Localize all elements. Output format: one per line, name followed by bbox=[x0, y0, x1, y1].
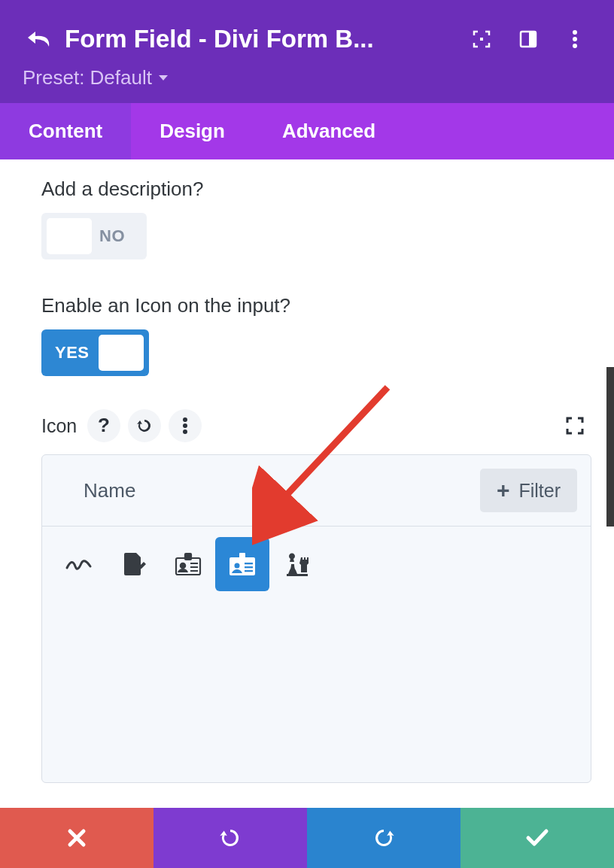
back-button[interactable] bbox=[23, 23, 56, 56]
panel-title: Form Field - Divi Form B... bbox=[65, 25, 451, 53]
id-card-icon[interactable] bbox=[215, 537, 269, 591]
tab-design[interactable]: Design bbox=[131, 103, 254, 159]
svg-point-18 bbox=[235, 563, 240, 569]
options-icon[interactable] bbox=[169, 409, 202, 442]
filter-button[interactable]: + Filter bbox=[480, 469, 577, 512]
enable-icon-toggle[interactable]: YES bbox=[41, 329, 149, 376]
svg-point-3 bbox=[573, 30, 577, 35]
svg-point-7 bbox=[183, 417, 187, 422]
focus-mode-icon[interactable] bbox=[465, 23, 498, 56]
action-bar bbox=[0, 808, 614, 868]
scrollbar-thumb[interactable] bbox=[606, 367, 614, 527]
svg-point-8 bbox=[183, 423, 187, 428]
add-description-toggle[interactable]: NO bbox=[41, 213, 147, 259]
icon-search-input[interactable]: Name bbox=[84, 479, 480, 502]
kebab-menu-icon[interactable] bbox=[558, 23, 591, 56]
tab-bar: Content Design Advanced bbox=[0, 103, 614, 159]
svg-rect-17 bbox=[239, 553, 245, 560]
svg-rect-19 bbox=[245, 563, 253, 564]
svg-point-12 bbox=[181, 563, 185, 568]
save-button[interactable] bbox=[460, 808, 614, 868]
undo-button[interactable] bbox=[154, 808, 307, 868]
help-icon[interactable]: ? bbox=[87, 409, 120, 442]
svg-point-5 bbox=[573, 44, 577, 48]
id-card-alt-icon[interactable] bbox=[161, 537, 215, 591]
signature-icon[interactable] bbox=[53, 537, 107, 591]
panel-header: Form Field - Divi Form B... bbox=[0, 0, 614, 103]
svg-point-9 bbox=[183, 429, 187, 434]
svg-text:?: ? bbox=[98, 415, 110, 436]
cancel-button[interactable] bbox=[0, 808, 154, 868]
reset-icon[interactable] bbox=[128, 409, 161, 442]
add-description-label: Add a description? bbox=[41, 178, 591, 201]
svg-rect-20 bbox=[245, 566, 253, 568]
svg-rect-11 bbox=[185, 554, 191, 560]
expand-icon[interactable] bbox=[558, 409, 591, 442]
responsive-view-icon[interactable] bbox=[512, 23, 545, 56]
preset-dropdown[interactable]: Preset: Default bbox=[23, 66, 169, 90]
enable-icon-label: Enable an Icon on the input? bbox=[41, 294, 591, 317]
chess-pieces-icon[interactable] bbox=[269, 537, 324, 591]
svg-point-4 bbox=[573, 37, 577, 41]
plus-icon: + bbox=[497, 479, 510, 502]
tab-advanced[interactable]: Advanced bbox=[254, 103, 404, 159]
tab-content[interactable]: Content bbox=[0, 103, 131, 159]
content-area: Add a description? NO Enable an Icon on … bbox=[0, 159, 614, 808]
icon-grid bbox=[42, 527, 591, 782]
toggle-thumb bbox=[99, 335, 144, 371]
icon-picker: Name + Filter bbox=[41, 454, 591, 783]
redo-button[interactable] bbox=[307, 808, 460, 868]
svg-rect-0 bbox=[480, 38, 483, 41]
icon-section-label: Icon bbox=[41, 415, 77, 437]
toggle-thumb bbox=[47, 218, 92, 254]
file-signature-icon[interactable] bbox=[107, 537, 161, 591]
svg-rect-2 bbox=[529, 32, 536, 47]
svg-rect-22 bbox=[287, 574, 308, 576]
svg-rect-21 bbox=[245, 570, 253, 572]
